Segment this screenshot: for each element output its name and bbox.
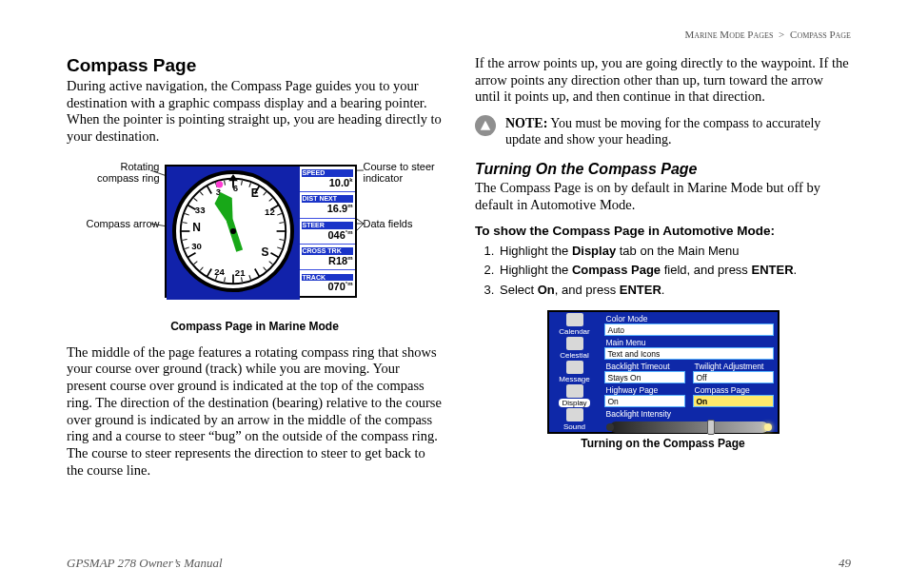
tab-celestial[interactable]: Celestial bbox=[549, 336, 601, 360]
figure1-caption: Compass Page in Marine Mode bbox=[67, 320, 443, 333]
data-field-cross-trk: CROSS TRK R18m bbox=[300, 245, 355, 270]
field-twilight[interactable]: Off bbox=[693, 371, 774, 383]
instructions-heading: To show the Compass Page in Automotive M… bbox=[475, 224, 851, 238]
field-color-mode[interactable]: Auto bbox=[604, 323, 774, 336]
field-backlight-timeout[interactable]: Stays On bbox=[604, 371, 685, 383]
intro-paragraph: During active navigation, the Compass Pa… bbox=[67, 78, 443, 146]
breadcrumb-sep: > bbox=[779, 29, 784, 40]
field-compass-page[interactable]: On bbox=[693, 395, 774, 407]
label-main-menu: Main Menu bbox=[601, 336, 778, 347]
menu-device-screenshot: Calendar Celestial Message Display Sound… bbox=[547, 310, 780, 434]
svg-text:6: 6 bbox=[232, 183, 237, 193]
compass-figure: Rotating compass ring Compass arrow Cour… bbox=[67, 155, 443, 333]
svg-text:30: 30 bbox=[191, 241, 202, 251]
field-main-menu[interactable]: Text and Icons bbox=[604, 347, 774, 360]
steps-list: Highlight the Display tab on the Main Me… bbox=[498, 242, 851, 301]
annot-compass-arrow: Compass arrow bbox=[84, 218, 160, 230]
svg-text:E: E bbox=[250, 186, 258, 200]
compass-device-screenshot: E S N 3 6 12 21 24 30 bbox=[165, 165, 357, 298]
data-field-speed: SPEED 10.0k bbox=[300, 167, 355, 192]
svg-marker-54 bbox=[228, 174, 238, 181]
page-number: 49 bbox=[839, 556, 851, 571]
svg-text:N: N bbox=[192, 221, 201, 234]
annot-data-fields: Data fields bbox=[364, 218, 440, 230]
manual-title: GPSMAP 278 Owner’s Manual bbox=[67, 556, 223, 571]
step-3: Select On, and press ENTER. bbox=[498, 281, 851, 301]
label-color-mode: Color Mode bbox=[601, 312, 778, 323]
svg-point-57 bbox=[230, 228, 236, 234]
note-label: NOTE: bbox=[505, 116, 547, 130]
svg-marker-58 bbox=[481, 121, 491, 130]
svg-text:24: 24 bbox=[214, 265, 225, 276]
arrow-instruction: If the arrow points up, you are going di… bbox=[475, 55, 851, 106]
left-column: Compass Page During active navigation, t… bbox=[67, 55, 443, 488]
breadcrumb: Marine Mode Pages > Compass Page bbox=[684, 29, 851, 40]
annot-course-to-steer: Course to steer indicator bbox=[364, 161, 440, 185]
step-1: Highlight the Display tab on the Main Me… bbox=[498, 242, 851, 262]
svg-text:S: S bbox=[261, 245, 268, 259]
step-2: Highlight the Compass Page field, and pr… bbox=[498, 261, 851, 281]
right-column: If the arrow points up, you are going di… bbox=[475, 55, 851, 488]
backlight-slider[interactable] bbox=[610, 421, 768, 433]
data-field-dist-next: DIST NEXT 16.9m bbox=[300, 192, 355, 218]
default-state-note: The Compass Page is on by default in Mar… bbox=[475, 180, 851, 213]
label-backlight-intensity: Backlight Intensity bbox=[601, 407, 778, 419]
svg-text:12: 12 bbox=[265, 206, 275, 217]
data-field-track: TRACK 070°m bbox=[300, 270, 355, 295]
label-highway-page: Highway Page bbox=[601, 383, 689, 395]
compass-ring: E S N 3 6 12 21 24 30 bbox=[172, 170, 294, 292]
svg-text:33: 33 bbox=[194, 205, 205, 215]
figure2-caption: Turning on the Compass Page bbox=[547, 437, 780, 450]
svg-text:21: 21 bbox=[234, 267, 245, 278]
sub-heading: Turning On the Compass Page bbox=[475, 161, 851, 178]
tab-display[interactable]: Display bbox=[549, 384, 601, 408]
tab-message[interactable]: Message bbox=[549, 360, 601, 383]
data-field-steer: STEER 046°m bbox=[300, 219, 355, 245]
page-footer: GPSMAP 278 Owner’s Manual 49 bbox=[67, 556, 851, 571]
tab-sound[interactable]: Sound bbox=[549, 408, 601, 432]
label-compass-page: Compass Page bbox=[689, 383, 778, 395]
label-backlight-timeout: Backlight Timeout bbox=[601, 360, 689, 371]
menu-figure: Calendar Celestial Message Display Sound… bbox=[547, 310, 780, 450]
compass-description: The middle of the page features a rotati… bbox=[67, 344, 443, 480]
data-fields-column: SPEED 10.0k DIST NEXT 16.9m STEER 046°m bbox=[300, 167, 355, 296]
note-block: NOTE: You must be moving for the compass… bbox=[475, 115, 851, 147]
breadcrumb-b: Compass Page bbox=[790, 29, 851, 40]
label-twilight: Twilight Adjustment bbox=[689, 360, 778, 371]
note-icon bbox=[475, 115, 496, 136]
page-title: Compass Page bbox=[67, 55, 443, 76]
field-highway-page[interactable]: On bbox=[604, 395, 685, 407]
annot-rotating-ring: Rotating compass ring bbox=[84, 161, 160, 185]
breadcrumb-a: Marine Mode Pages bbox=[684, 29, 773, 40]
note-body: You must be moving for the compass to ac… bbox=[505, 116, 820, 147]
tab-calendar[interactable]: Calendar bbox=[549, 312, 601, 336]
course-to-steer-bug bbox=[216, 181, 223, 187]
